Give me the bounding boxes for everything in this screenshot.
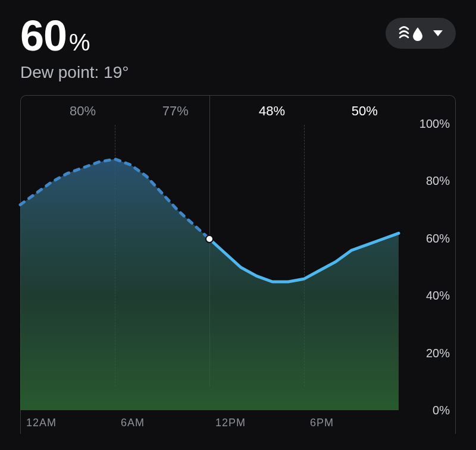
- y-tick: 80%: [426, 174, 450, 188]
- y-tick: 60%: [426, 231, 450, 245]
- current-value: 60: [20, 14, 67, 57]
- chart-svg: [20, 95, 399, 410]
- header: 60 % Dew point: 19°: [20, 14, 456, 82]
- chart-area: [20, 159, 399, 410]
- x-tick: 12AM: [26, 417, 57, 429]
- dew-point-label: Dew point: 19°: [20, 63, 129, 82]
- y-axis: 100%80%60%40%20%0%: [406, 124, 456, 410]
- x-tick: 6AM: [121, 417, 145, 429]
- x-tick: 6PM: [310, 417, 334, 429]
- chevron-down-icon: [433, 30, 443, 36]
- header-left: 60 % Dew point: 19°: [20, 14, 129, 82]
- x-axis: 12AM6AM12PM6PM: [20, 414, 399, 434]
- humidity-icon: [399, 25, 425, 42]
- chart-plot-area: [20, 95, 399, 410]
- y-tick: 100%: [419, 117, 450, 131]
- humidity-chart: 80%77%48%50% 100%80%60%40%20%0% 12AM6AM1…: [20, 95, 456, 434]
- current-unit: %: [69, 30, 90, 54]
- humidity-widget: 60 % Dew point: 19° 80%77%48%50%: [0, 0, 476, 450]
- y-tick: 40%: [426, 289, 450, 303]
- y-tick: 20%: [426, 346, 450, 360]
- metric-selector[interactable]: [386, 18, 456, 49]
- current-humidity: 60 %: [20, 14, 129, 57]
- x-tick: 12PM: [215, 417, 246, 429]
- y-tick: 0%: [433, 404, 450, 417]
- current-point-marker: [206, 235, 213, 243]
